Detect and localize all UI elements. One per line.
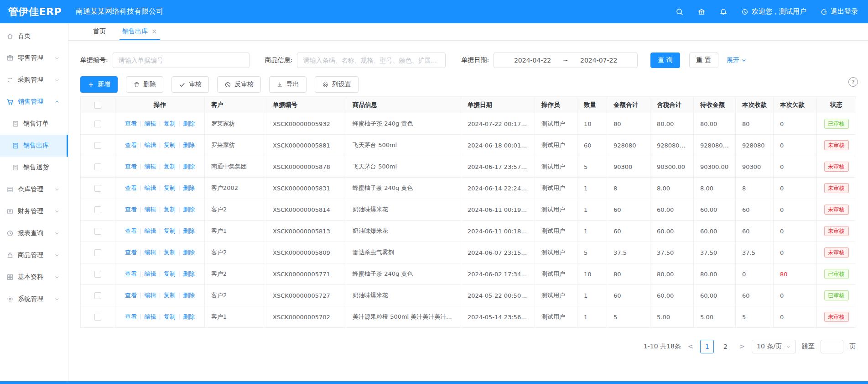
audit-button[interactable]: 审核 [172,76,209,93]
qty-cell: 1 [577,199,607,221]
prev-page-icon[interactable]: < [687,342,695,351]
action-view-link[interactable]: 查看 [125,163,137,170]
action-edit-link[interactable]: 编辑 [144,120,156,127]
product-info-input[interactable] [297,53,446,68]
action-copy-link[interactable]: 复制 [164,163,176,170]
add-button[interactable]: 新增 [80,76,118,93]
row-checkbox[interactable] [94,292,101,299]
column-settings-button[interactable]: 列设置 [315,76,359,93]
sidebar-item-warehouse[interactable]: 仓库管理 [0,179,68,200]
action-copy-link[interactable]: 复制 [164,120,176,127]
action-separator: | [178,120,180,127]
action-delete-link[interactable]: 删除 [183,249,195,256]
action-view-link[interactable]: 查看 [125,249,137,256]
sidebar-item-report[interactable]: 报表查询 [0,222,68,244]
help-icon[interactable]: ? [848,77,858,87]
date-to-value[interactable]: 2024-07-22 [580,57,617,64]
action-edit-link[interactable]: 编辑 [144,270,156,277]
bank-icon[interactable] [697,8,706,16]
date-range-picker[interactable]: 2024-04-22 ~ 2024-07-22 [494,53,638,68]
action-view-link[interactable]: 查看 [125,292,137,299]
action-copy-link[interactable]: 复制 [164,270,176,277]
page-button[interactable]: 2 [718,340,732,353]
export-button[interactable]: 导出 [269,76,307,93]
action-edit-link[interactable]: 编辑 [144,249,156,256]
tab-close-icon[interactable]: × [151,27,157,36]
reset-button[interactable]: 重 置 [689,53,718,68]
action-copy-link[interactable]: 复制 [164,292,176,299]
action-delete-link[interactable]: 删除 [183,270,195,277]
logout-button[interactable]: 退出登录 [820,7,858,16]
action-view-link[interactable]: 查看 [125,142,137,148]
next-page-icon[interactable]: > [738,342,746,351]
action-copy-link[interactable]: 复制 [164,206,176,213]
action-delete-link[interactable]: 删除 [183,184,195,191]
sidebar-subitem-sales-outbound[interactable]: 销售出库 [0,135,68,157]
page-size-select[interactable]: 10 条/页 [752,340,796,353]
action-delete-link[interactable]: 删除 [183,313,195,320]
delete-button[interactable]: 删除 [126,76,163,93]
sidebar-item-basic[interactable]: 基本资料 [0,266,68,288]
unaudit-button[interactable]: 反审核 [217,76,261,93]
action-edit-link[interactable]: 编辑 [144,206,156,213]
action-delete-link[interactable]: 删除 [183,206,195,213]
row-checkbox[interactable] [94,121,101,127]
row-actions-cell: 查看|编辑|复制|删除 [115,135,205,156]
action-copy-link[interactable]: 复制 [164,227,176,234]
action-edit-link[interactable]: 编辑 [144,292,156,299]
bell-icon[interactable] [719,8,728,16]
search-icon[interactable] [676,8,684,16]
tab-home[interactable]: 首页 [90,23,109,40]
select-all-checkbox[interactable] [94,102,101,109]
jump-page-input[interactable] [821,340,843,353]
action-edit-link[interactable]: 编辑 [144,184,156,191]
action-edit-link[interactable]: 编辑 [144,227,156,234]
sidebar-item-home[interactable]: 首页 [0,25,68,47]
action-delete-link[interactable]: 删除 [183,227,195,234]
sidebar-item-finance[interactable]: 财务管理 [0,200,68,222]
qty-cell: 60 [577,135,607,156]
date-from-value[interactable]: 2024-04-22 [514,57,551,64]
action-edit-link[interactable]: 编辑 [144,313,156,320]
row-checkbox[interactable] [94,185,101,192]
action-view-link[interactable]: 查看 [125,120,137,127]
action-delete-link[interactable]: 删除 [183,292,195,299]
action-edit-link[interactable]: 编辑 [144,163,156,170]
bill-no-input[interactable] [113,53,249,68]
sidebar-subitem-sales-order[interactable]: 销售订单 [0,113,68,135]
sidebar-item-purchase[interactable]: 采购管理 [0,69,68,91]
action-delete-link[interactable]: 删除 [183,120,195,127]
search-button[interactable]: 查 询 [650,53,680,68]
action-delete-link[interactable]: 删除 [183,163,195,170]
page-button[interactable]: 1 [700,340,714,353]
action-copy-link[interactable]: 复制 [164,142,176,148]
row-checkbox[interactable] [94,271,101,278]
sidebar-item-system[interactable]: 系统管理 [0,288,68,310]
row-checkbox[interactable] [94,249,101,256]
action-view-link[interactable]: 查看 [125,184,137,191]
row-checkbox[interactable] [94,163,101,170]
action-edit-link[interactable]: 编辑 [144,142,156,148]
action-view-link[interactable]: 查看 [125,227,137,234]
action-delete-link[interactable]: 删除 [183,142,195,148]
tab-sales-outbound[interactable]: 销售出库× [120,23,160,40]
row-checkbox[interactable] [94,228,101,235]
action-copy-link[interactable]: 复制 [164,184,176,191]
action-separator: | [140,270,141,277]
action-copy-link[interactable]: 复制 [164,313,176,320]
expand-label: 展开 [727,56,739,64]
row-checkbox[interactable] [94,206,101,213]
select-all-header [81,97,115,113]
action-view-link[interactable]: 查看 [125,270,137,277]
sidebar-item-sales[interactable]: 销售管理 [0,91,68,113]
sidebar-item-product[interactable]: 商品管理 [0,244,68,266]
action-view-link[interactable]: 查看 [125,206,137,213]
sidebar-subitem-sales-return[interactable]: 销售退货 [0,157,68,179]
action-copy-link[interactable]: 复制 [164,249,176,256]
expand-link[interactable]: 展开 [727,56,747,64]
sidebar-item-retail[interactable]: 零售管理 [0,47,68,69]
row-checkbox[interactable] [94,314,101,321]
row-checkbox[interactable] [94,142,101,149]
action-view-link[interactable]: 查看 [125,313,137,320]
welcome-user[interactable]: 欢迎您，测试用户 [741,7,806,16]
